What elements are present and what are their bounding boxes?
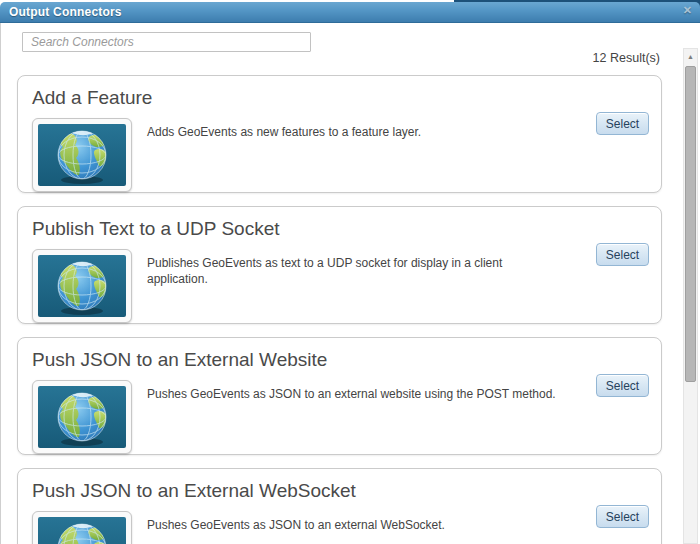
dialog-body: 12 Result(s) Add a Feature (0, 23, 700, 544)
connector-list: Add a Feature (17, 75, 662, 544)
connector-description: Pushes GeoEvents as JSON to an external … (147, 386, 641, 402)
connector-card: Add a Feature (17, 75, 662, 193)
globe-icon (32, 511, 132, 544)
connector-title: Add a Feature (32, 87, 647, 109)
select-button[interactable]: Select (596, 243, 649, 266)
globe-icon (32, 249, 132, 323)
connector-description: Adds GeoEvents as new features to a feat… (147, 124, 506, 140)
connector-title: Push JSON to an External Website (32, 349, 647, 371)
connector-title: Publish Text to a UDP Socket (32, 218, 647, 240)
connector-description: Publishes GeoEvents as text to a UDP soc… (147, 255, 647, 287)
select-button[interactable]: Select (596, 505, 649, 528)
search-input[interactable] (22, 32, 311, 52)
select-button[interactable]: Select (596, 112, 649, 135)
connector-title: Push JSON to an External WebSocket (32, 480, 647, 502)
scroll-up-icon: ▲ (687, 53, 694, 60)
scrollbar-thumb[interactable] (685, 66, 696, 382)
dialog-title: Output Connectors (9, 5, 122, 19)
close-icon[interactable]: ✕ (683, 4, 692, 17)
connector-card: Publish Text to a UDP Socket (17, 206, 662, 324)
dialog-titlebar: Output Connectors ✕ (0, 2, 700, 23)
scroll-up-button[interactable]: ▲ (684, 49, 697, 64)
connector-card: Push JSON to an External WebSocket (17, 468, 662, 544)
connector-card: Push JSON to an External Website (17, 337, 662, 455)
connector-description: Pushes GeoEvents as JSON to an external … (147, 517, 530, 533)
globe-icon (32, 380, 132, 454)
scrollbar[interactable]: ▲ (683, 48, 698, 544)
globe-icon (32, 118, 132, 192)
results-count: 12 Result(s) (593, 51, 660, 65)
select-button[interactable]: Select (596, 374, 649, 397)
output-connectors-dialog: Output Connectors ✕ 12 Result(s) Add a F… (0, 0, 700, 544)
